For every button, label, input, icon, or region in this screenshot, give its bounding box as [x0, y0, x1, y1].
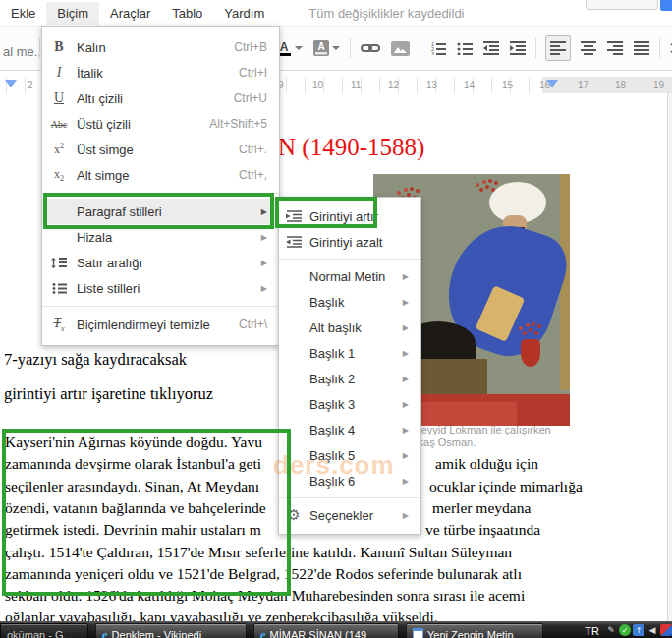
menu-item-liste-stilleri[interactable]: Liste stilleri ▶ [42, 275, 279, 301]
menu-tablo[interactable]: Tablo [161, 2, 213, 25]
ruler-number: 19 [653, 80, 664, 90]
body-line[interactable]: özendi, vatanın bağlarında ve bahçelerin… [5, 499, 266, 517]
language-indicator[interactable]: TR [585, 625, 599, 637]
instruction-line[interactable]: girintiyi artır işaretine tıklıyoruz [4, 384, 213, 404]
watermark: ders.com [273, 450, 395, 481]
submenu-arrow-icon: ▶ [403, 272, 409, 281]
system-tray: ✎ ✓ ↑ ◀ [605, 624, 672, 636]
share-button-partial[interactable] [660, 0, 672, 11]
network-icon[interactable] [660, 624, 672, 636]
menu-ekle[interactable]: Ekle [0, 2, 46, 25]
submenu-arrow-icon: ▶ [403, 375, 409, 383]
taskbar-button-denklem[interactable]: e Denklem - Vikipedi [95, 623, 247, 638]
google-docs-screen: Ekle Biçim Araçlar Tablo Yardım Tüm deği… [0, 0, 672, 638]
justify-icon[interactable] [633, 36, 650, 60]
wordpad-icon [413, 628, 423, 638]
menu-item-ust-simge[interactable]: x2 Üst simge Ctrl+. [42, 137, 279, 162]
submenu-item-baslik-3[interactable]: Başlık 3 ▶ [279, 391, 420, 417]
antivirus-status-icon[interactable]: ✓ [619, 624, 631, 636]
body-line[interactable]: getirmek istedi. Devrinin mahir ustaları… [5, 521, 261, 539]
body-line[interactable]: zamanında yeniçeri oldu ve 1521'de Belgr… [5, 565, 522, 583]
red-vase-shape [521, 339, 540, 367]
body-line[interactable]: ocuklar içinde mimarlığa [429, 478, 583, 495]
submenu-arrow-icon: ▶ [261, 284, 267, 293]
body-line[interactable]: seçilenler arasındaydı. Sinan, At Meydan… [5, 478, 259, 495]
ruler-number: 11 [351, 80, 361, 90]
align-right-icon[interactable] [606, 36, 624, 60]
update-icon[interactable]: ↑ [633, 624, 644, 636]
volume-icon[interactable]: ◀ [646, 624, 658, 636]
menu-item-alt-simge[interactable]: x2 Alt simge Ctrl+, [42, 162, 279, 188]
body-line[interactable]: sekban oldu. 1526'da katıldığı Mohaç Mey… [5, 587, 525, 605]
superscript-icon: x2 [42, 142, 76, 157]
left-indent-marker[interactable] [5, 80, 17, 87]
taskbar-button-wordpad[interactable]: Yeni Zengin Metin [406, 623, 543, 638]
menu-item-ustu-cizili[interactable]: Abc Üstü çizili Alt+Shift+5 [42, 111, 279, 137]
menu-item-hizala[interactable]: Hizala ▶ [42, 224, 279, 250]
submenu-arrow-icon: ▶ [403, 349, 409, 358]
instruction-line[interactable]: 7-yazıyı sağa kaydıracaksak [4, 350, 187, 370]
ruler-number: 18 [615, 80, 626, 90]
menubar: Ekle Biçim Araçlar Tablo Yardım Tüm deği… [0, 0, 672, 26]
ruler-number: 12 [388, 80, 399, 90]
submenu-arrow-icon: ▶ [403, 298, 409, 307]
svg-text:A: A [317, 41, 324, 52]
body-line[interactable]: merler meydana [432, 499, 531, 517]
body-line[interactable]: amik olduğu için [435, 455, 538, 473]
submenu-arrow-icon: ▶ [403, 400, 409, 409]
line-spacing-icon [42, 257, 76, 269]
gear-icon: ⚙ [279, 506, 308, 524]
submenu-item-baslik[interactable]: Başlık ▶ [279, 289, 420, 315]
highlight-color-icon[interactable]: A [312, 36, 341, 60]
numbered-list-icon[interactable]: 123 [429, 36, 447, 60]
submenu-arrow-icon: ▶ [261, 207, 267, 216]
menu-item-satir-araligi[interactable]: Satır aralığı ▶ [42, 250, 279, 275]
body-line[interactable]: Kayseri'nin Ağırnas köyünde doğdu. Yavu [5, 434, 262, 451]
insert-image-icon[interactable] [390, 36, 411, 60]
format-menu: B Kalın Ctrl+B I İtalik Ctrl+I U Altı çi… [41, 26, 280, 346]
submenu-item-girintiyi-artir[interactable]: Girintiyi artır [279, 203, 420, 229]
body-line[interactable]: ve türbe inşaatında [425, 521, 540, 539]
image-caption[interactable]: an Seyyid Lokman ile çalışırken [399, 424, 551, 435]
decrease-indent-icon[interactable] [482, 36, 500, 60]
menu-item-italik[interactable]: I İtalik Ctrl+I [42, 60, 279, 86]
submenu-item-baslik-1[interactable]: Başlık 1 ▶ [279, 340, 420, 366]
submenu-arrow-icon: ▶ [261, 233, 267, 242]
menu-item-alti-cizili[interactable]: U Altı çizili Ctrl+U [42, 86, 279, 111]
menu-yardim[interactable]: Yardım [213, 2, 275, 25]
menu-bicim[interactable]: Biçim [46, 2, 99, 25]
chevron-down-icon [332, 46, 340, 50]
submenu-item-girintiyi-azalt[interactable]: Girintiyi azalt [279, 229, 420, 255]
strikethrough-icon: Abc [42, 119, 76, 130]
comments-button-partial[interactable] [586, 0, 658, 10]
pen-input-icon[interactable]: ✎ [605, 624, 617, 636]
align-left-icon[interactable] [545, 35, 571, 61]
underline-icon: U [42, 90, 76, 106]
submenu-item-secenekler[interactable]: ⚙ Seçenekler ▶ [279, 502, 420, 528]
insert-link-icon[interactable] [360, 36, 381, 60]
right-indent-marker[interactable] [546, 80, 558, 87]
taskbar-button-document[interactable]: oküman - G... [0, 623, 88, 638]
align-center-icon[interactable] [580, 36, 597, 60]
toolbar-separator [39, 38, 40, 58]
submenu-item-alt-baslik[interactable]: Alt başlık ▶ [279, 315, 420, 340]
menu-item-kalin[interactable]: B Kalın Ctrl+B [42, 34, 279, 60]
vertical-scrollbar[interactable] [667, 93, 672, 621]
document-title[interactable]: N (1490-1588) [278, 134, 424, 161]
menu-araclar[interactable]: Araçlar [99, 2, 161, 25]
ruler-number: 15 [502, 80, 513, 90]
submenu-item-normal-metin[interactable]: Normal Metin ▶ [279, 263, 420, 289]
submenu-arrow-icon: ▶ [403, 477, 409, 486]
increase-indent-icon[interactable] [509, 36, 527, 60]
submenu-item-baslik-2[interactable]: Başlık 2 ▶ [279, 366, 420, 391]
bulleted-list-icon[interactable] [456, 36, 474, 60]
menu-item-bicimlendirmeyi-temizle[interactable]: Tx Biçimlendirmeyi temizle Ctrl+\ [42, 312, 279, 337]
svg-text:3: 3 [431, 51, 434, 56]
body-line[interactable]: zamanında devşirme olarak İstanbul'a get… [5, 455, 261, 473]
ruler-number: 14 [464, 80, 475, 90]
taskbar-button-mimar-sinan[interactable]: e MİMAR SİNAN (149 [253, 623, 399, 638]
italic-icon: I [42, 65, 76, 81]
submenu-item-baslik-4[interactable]: Başlık 4 ▶ [279, 417, 420, 442]
menu-item-paragraf-stilleri[interactable]: Paragraf stilleri ▶ [42, 199, 279, 224]
body-line[interactable]: çalıştı. 1514'te Çaldıran, 1517'de Mısır… [5, 544, 512, 561]
